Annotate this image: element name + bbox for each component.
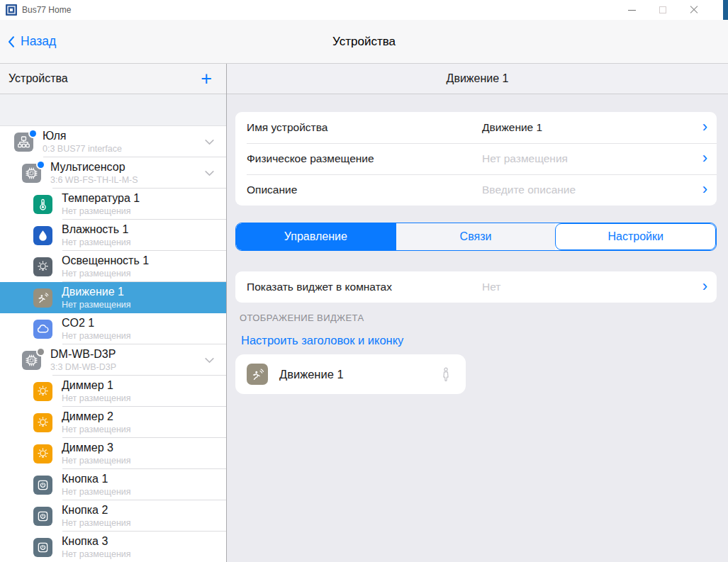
close-icon[interactable] [678, 0, 710, 20]
chevron-down-icon[interactable] [203, 167, 215, 179]
chip-icon [22, 164, 41, 183]
sidebar-spacer [0, 94, 226, 126]
device-row[interactable]: Диммер 2 Нет размещения [0, 407, 226, 438]
status-badge [38, 349, 44, 355]
titlebar: Bus77 Home [0, 0, 728, 20]
chevron-down-icon[interactable] [203, 354, 215, 366]
main-split: Устройства Юля 0:3 BUS77 interface [0, 64, 728, 562]
motion-icon [247, 364, 268, 385]
dimmer-icon [33, 382, 52, 401]
device-row[interactable]: Юля 0:3 BUS77 interface [0, 126, 226, 157]
button-icon [33, 538, 52, 557]
button-icon [33, 476, 52, 495]
device-subtitle: Нет размещения [62, 549, 226, 559]
device-subtitle: 0:3 BUS77 interface [43, 144, 203, 154]
chevron-right-icon [702, 181, 707, 197]
device-name: Кнопка 1 [62, 473, 226, 485]
dimmer-icon [33, 413, 52, 432]
device-subtitle: 3:3 DM-WB-D3P [50, 362, 203, 372]
chevron-right-icon [702, 150, 707, 166]
device-name: Диммер 3 [62, 442, 226, 454]
titlebar-stripe [723, 0, 728, 20]
device-row[interactable]: Диммер 3 Нет размещения [0, 438, 226, 469]
info-row[interactable]: Описание Введите описание [235, 174, 717, 206]
tab-bar: Управление Связи Настройки [235, 223, 717, 251]
configure-title-icon-link[interactable]: Настроить заголовок и иконку [241, 334, 403, 347]
tab-control[interactable]: Управление [236, 223, 396, 250]
device-row[interactable]: Влажность 1 Нет размещения [0, 220, 226, 251]
device-list: Юля 0:3 BUS77 interface Мультисенсор 3:6… [0, 126, 226, 562]
add-device-button[interactable] [196, 69, 216, 89]
device-row[interactable]: Диммер 1 Нет размещения [0, 376, 226, 407]
device-row[interactable]: Движение 1 Нет размещения [0, 282, 226, 313]
device-subtitle: Нет размещения [62, 425, 226, 434]
detail-body: Имя устройства Движение 1 Физическое раз… [227, 94, 728, 562]
device-subtitle: Нет размещения [62, 456, 226, 466]
sidebar-header: Устройства [0, 64, 226, 94]
device-row[interactable]: Температура 1 Нет размещения [0, 189, 226, 220]
widget-display-section-header: ОТОБРАЖЕНИЕ ВИДЖЕТА [240, 313, 717, 323]
device-name: Кнопка 3 [62, 535, 226, 548]
device-name: Диммер 2 [62, 410, 226, 423]
chip-icon [22, 351, 41, 370]
device-row[interactable]: Кнопка 3 Нет размещения [0, 532, 226, 562]
widget-room-label: Показать виджет в комнатах [247, 281, 392, 293]
chevron-down-icon[interactable] [203, 136, 215, 148]
chevron-left-icon [7, 35, 16, 49]
dimmer-icon [33, 444, 52, 463]
device-subtitle: Нет размещения [62, 300, 226, 310]
info-row-label: Описание [247, 184, 297, 196]
device-name: Диммер 1 [62, 379, 226, 392]
motion-icon [33, 288, 52, 308]
info-row-value: Нет размещения [482, 152, 568, 165]
info-row[interactable]: Имя устройства Движение 1 [235, 112, 717, 143]
device-name: CO2 1 [62, 317, 226, 330]
back-button[interactable]: Назад [7, 34, 56, 49]
bus77-logo-icon [6, 4, 17, 16]
device-row[interactable]: CO2 1 Нет размещения [0, 313, 226, 344]
device-subtitle: 3:6 WB-FS-TH-IL-M-S [50, 175, 203, 185]
widget-preview-title: Движение 1 [279, 368, 437, 381]
device-row[interactable]: Кнопка 1 Нет размещения [0, 469, 226, 500]
device-name: Влажность 1 [62, 223, 226, 236]
tab-links[interactable]: Связи [396, 223, 556, 250]
device-row[interactable]: DM-WB-D3P 3:3 DM-WB-D3P [0, 344, 226, 376]
device-row[interactable]: Мультисенсор 3:6 WB-FS-TH-IL-M-S [0, 157, 226, 189]
device-subtitle: Нет размещения [62, 331, 226, 341]
tab-settings[interactable]: Настройки [555, 223, 716, 250]
device-subtitle: Нет размещения [62, 206, 226, 216]
device-info-card: Имя устройства Движение 1 Физическое раз… [235, 112, 717, 206]
device-subtitle: Нет размещения [62, 518, 226, 528]
show-widget-in-rooms-row[interactable]: Показать виджет в комнатах Нет [235, 271, 717, 303]
device-subtitle: Нет размещения [62, 393, 226, 403]
device-row[interactable]: Освещенность 1 Нет размещения [0, 251, 226, 282]
co2-icon [33, 320, 52, 339]
humidity-icon [33, 226, 52, 245]
device-name: Кнопка 2 [62, 504, 226, 517]
info-row-value: Движение 1 [482, 121, 542, 134]
maximize-icon[interactable] [647, 0, 678, 20]
chevron-right-icon [702, 119, 707, 135]
info-row-label: Физическое размещение [247, 152, 374, 165]
device-name: Мультисенсор [50, 161, 203, 174]
device-sidebar: Устройства Юля 0:3 BUS77 interface [0, 64, 227, 562]
info-row-value: Введите описание [482, 184, 576, 196]
app-title: Bus77 Home [22, 5, 71, 15]
navbar: Устройства Назад [0, 20, 728, 64]
widget-preview-card[interactable]: Движение 1 [235, 354, 466, 394]
person-icon [437, 366, 454, 383]
sidebar-title: Устройства [9, 72, 196, 85]
device-subtitle: Нет размещения [62, 269, 226, 279]
device-name: Движение 1 [62, 286, 226, 298]
device-row[interactable]: Кнопка 2 Нет размещения [0, 500, 226, 532]
device-subtitle: Нет размещения [62, 237, 226, 247]
status-badge [38, 162, 44, 168]
widget-room-value: Нет [482, 281, 500, 293]
info-row[interactable]: Физическое размещение Нет размещения [235, 143, 717, 174]
device-name: Температура 1 [62, 192, 226, 205]
detail-header-title: Движение 1 [227, 64, 728, 94]
detail-panel: Движение 1 Имя устройства Движение 1 Физ… [227, 64, 728, 562]
back-label: Назад [21, 34, 56, 49]
device-name: Юля [43, 130, 203, 142]
minimize-icon[interactable] [616, 0, 647, 20]
